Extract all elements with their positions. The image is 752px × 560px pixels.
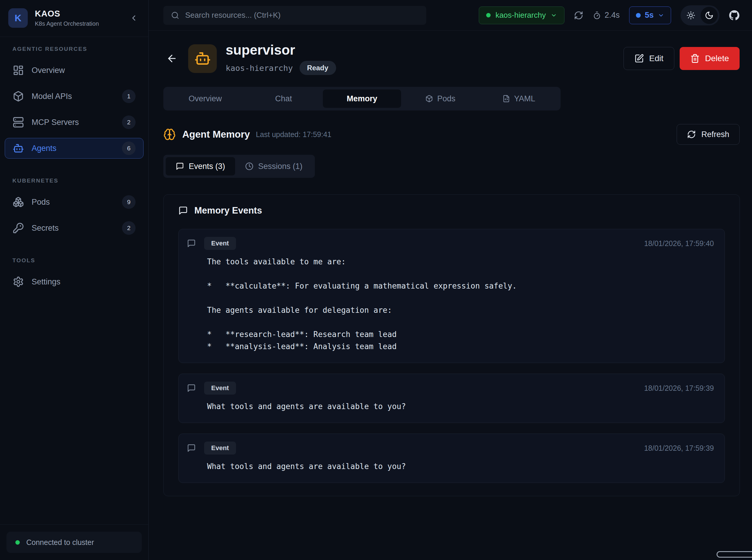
tab-label: YAML — [514, 94, 535, 103]
tab-pods[interactable]: Pods — [401, 89, 480, 108]
search-icon — [171, 11, 179, 20]
sidebar-item-mcp-servers[interactable]: MCP Servers 2 — [5, 112, 144, 133]
tab-label: Sessions (1) — [258, 162, 302, 171]
count-badge: 6 — [122, 141, 136, 155]
sidebar-item-overview[interactable]: Overview — [5, 60, 144, 81]
elapsed-time-value: 2.4s — [605, 11, 620, 20]
event-row: Event 18/01/2026, 17:59:40 The tools ava… — [178, 229, 725, 363]
dark-mode-moon-icon[interactable] — [700, 7, 718, 24]
event-content: What tools and agents are available to y… — [207, 460, 714, 473]
cluster-status-label: Connected to cluster — [26, 538, 94, 547]
elapsed-time: 2.4s — [593, 11, 620, 20]
stopwatch-icon — [593, 11, 601, 20]
sidebar-item-pods[interactable]: Pods 9 — [5, 192, 144, 212]
refresh-button-label: Refresh — [701, 130, 729, 139]
tab-events[interactable]: Events (3) — [166, 157, 235, 176]
boxes-icon — [13, 196, 24, 208]
sidebar-item-secrets[interactable]: Secrets 2 — [5, 218, 144, 238]
sidebar: K KAOS K8s Agent Orchestration AGENTIC R… — [0, 0, 148, 560]
tab-memory[interactable]: Memory — [323, 89, 401, 108]
topbar: kaos-hierarchy 2.4s 5s — [148, 0, 752, 31]
message-square-icon — [176, 162, 184, 171]
tab-label: Overview — [188, 94, 222, 103]
edit-pencil-icon — [634, 54, 644, 63]
cube-icon — [13, 91, 24, 102]
refresh-interval-value: 5s — [645, 11, 654, 20]
tab-label: Memory — [347, 94, 378, 103]
light-mode-sun-icon[interactable] — [682, 7, 699, 24]
delete-button[interactable]: Delete — [679, 47, 739, 70]
sidebar-item-model-apis[interactable]: Model APIs 1 — [5, 86, 144, 107]
sidebar-item-label: Secrets — [32, 224, 59, 233]
edit-button[interactable]: Edit — [624, 47, 674, 70]
status-dot — [15, 540, 20, 545]
collapse-sidebar-icon[interactable] — [128, 12, 140, 24]
content: supervisor kaos-hierarchy Ready Edit — [148, 31, 752, 560]
status-badge: Ready — [300, 61, 336, 75]
app-logo: K — [8, 8, 28, 28]
event-timestamp: 18/01/2026, 17:59:39 — [644, 384, 714, 393]
tab-label: Pods — [437, 94, 455, 103]
event-content: What tools and agents are available to y… — [207, 400, 714, 413]
app-title: KAOS — [35, 9, 121, 19]
namespace-selector[interactable]: kaos-hierarchy — [479, 6, 565, 24]
main-area: kaos-hierarchy 2.4s 5s — [148, 0, 752, 560]
sidebar-nav: AGENTIC RESOURCES Overview Model APIs 1 … — [0, 37, 148, 524]
search-input[interactable] — [185, 11, 419, 20]
sidebar-footer: Connected to cluster — [0, 524, 148, 560]
memory-header: Agent Memory Last updated: 17:59:41 Refr… — [163, 124, 739, 145]
sidebar-item-label: Agents — [32, 144, 56, 153]
agent-namespace: kaos-hierarchy — [226, 63, 293, 73]
server-icon — [13, 117, 24, 128]
count-badge: 2 — [122, 221, 136, 235]
count-badge: 2 — [122, 116, 136, 129]
interval-dot — [636, 13, 641, 18]
agent-avatar — [188, 44, 217, 73]
tab-yaml[interactable]: YAML — [480, 89, 558, 108]
edit-button-label: Edit — [649, 54, 664, 63]
gear-icon — [13, 276, 24, 287]
logo-letter: K — [15, 13, 21, 24]
robot-icon — [13, 143, 24, 154]
github-icon[interactable] — [729, 10, 739, 21]
namespace-selector-label: kaos-hierarchy — [495, 11, 546, 20]
refresh-interval-selector[interactable]: 5s — [629, 6, 671, 24]
sidebar-item-agents[interactable]: Agents 6 — [5, 138, 144, 159]
tab-label: Chat — [275, 94, 292, 103]
sidebar-item-label: Model APIs — [32, 92, 72, 101]
last-updated: Last updated: 17:59:41 — [256, 130, 331, 139]
page-title: supervisor — [226, 42, 336, 58]
event-content: The tools available to me are: * **calcu… — [207, 256, 714, 353]
refresh-button[interactable]: Refresh — [677, 124, 739, 145]
refresh-icon — [687, 130, 696, 139]
clock-icon — [245, 162, 253, 171]
delete-button-label: Delete — [705, 54, 729, 63]
namespace-status-dot — [486, 13, 491, 17]
section-label-agentic-resources: AGENTIC RESOURCES — [5, 46, 144, 52]
sidebar-item-settings[interactable]: Settings — [5, 272, 144, 292]
tab-label: Events (3) — [189, 162, 225, 171]
memory-events-title: Memory Events — [194, 205, 262, 216]
chevron-down-icon — [551, 12, 557, 19]
back-arrow-icon[interactable] — [163, 50, 181, 67]
file-code-icon — [503, 95, 510, 102]
search-box[interactable] — [163, 6, 426, 25]
memory-title: Agent Memory — [182, 129, 250, 140]
memory-events-title-row: Memory Events — [178, 205, 725, 216]
tab-chat[interactable]: Chat — [244, 89, 323, 108]
event-type-badge: Event — [204, 237, 236, 250]
brain-icon — [163, 128, 176, 141]
app-logo-row: K KAOS K8s Agent Orchestration — [0, 0, 148, 37]
event-type-badge: Event — [204, 382, 236, 395]
message-square-icon — [187, 384, 196, 393]
refresh-icon[interactable] — [574, 11, 583, 20]
cube-icon — [425, 95, 433, 102]
horizontal-scrollbar-thumb[interactable] — [716, 551, 752, 558]
chevron-down-icon — [658, 12, 664, 19]
sidebar-item-label: Overview — [32, 66, 65, 75]
tab-sessions[interactable]: Sessions (1) — [235, 157, 312, 176]
sidebar-item-label: Pods — [32, 198, 50, 207]
message-square-icon — [187, 444, 196, 453]
tab-overview[interactable]: Overview — [166, 89, 244, 108]
message-square-icon — [178, 206, 188, 215]
